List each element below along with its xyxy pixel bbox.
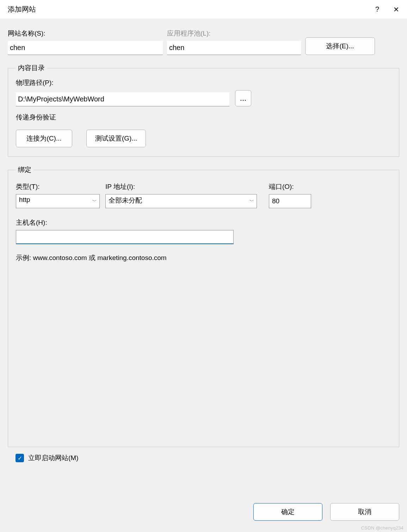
- start-immediately-checkbox[interactable]: ✓: [16, 454, 24, 462]
- browse-path-button[interactable]: ...: [235, 90, 251, 106]
- binding-legend: 绑定: [16, 165, 33, 174]
- check-icon: ✓: [18, 455, 22, 462]
- pass-through-auth-label: 传递身份验证: [16, 113, 391, 122]
- start-immediately-label: 立即启动网站(M): [28, 453, 78, 463]
- app-pool-input: [167, 41, 301, 55]
- ok-button[interactable]: 确定: [253, 503, 322, 521]
- connect-as-button[interactable]: 连接为(C)...: [16, 130, 72, 147]
- watermark-text: CSDN @chenyq234: [361, 525, 403, 531]
- binding-type-select[interactable]: http: [16, 194, 100, 208]
- app-pool-label: 应用程序池(L):: [167, 29, 301, 38]
- binding-ip-select[interactable]: 全部未分配: [105, 194, 257, 208]
- site-name-input[interactable]: [8, 41, 163, 55]
- select-app-pool-button[interactable]: 选择(E)...: [305, 37, 375, 55]
- close-icon[interactable]: ✕: [393, 5, 399, 14]
- content-directory-legend: 内容目录: [16, 63, 47, 73]
- content-directory-group: 内容目录 物理路径(P): ... 传递身份验证 连接为(C)... 测试设置(…: [8, 63, 399, 157]
- binding-ip-label: IP 地址(I):: [105, 182, 257, 191]
- help-icon[interactable]: ?: [375, 5, 379, 13]
- hostname-label: 主机名(H):: [16, 218, 391, 227]
- binding-type-label: 类型(T):: [16, 182, 100, 191]
- hostname-example-text: 示例: www.contoso.com 或 marketing.contoso.…: [16, 253, 391, 262]
- site-name-label: 网站名称(S):: [8, 29, 163, 38]
- test-settings-button[interactable]: 测试设置(G)...: [86, 130, 146, 147]
- binding-port-label: 端口(O):: [269, 182, 311, 191]
- hostname-input[interactable]: [16, 230, 234, 244]
- window-title: 添加网站: [8, 5, 36, 14]
- binding-port-input[interactable]: [269, 194, 311, 208]
- physical-path-input[interactable]: [16, 92, 229, 106]
- physical-path-label: 物理路径(P):: [16, 78, 391, 87]
- cancel-button[interactable]: 取消: [330, 503, 399, 521]
- titlebar: 添加网站 ? ✕: [0, 0, 407, 19]
- binding-group: 绑定 类型(T): http ﹀ IP 地址(I): 全部未分配 ﹀ 端口(O)…: [8, 165, 399, 447]
